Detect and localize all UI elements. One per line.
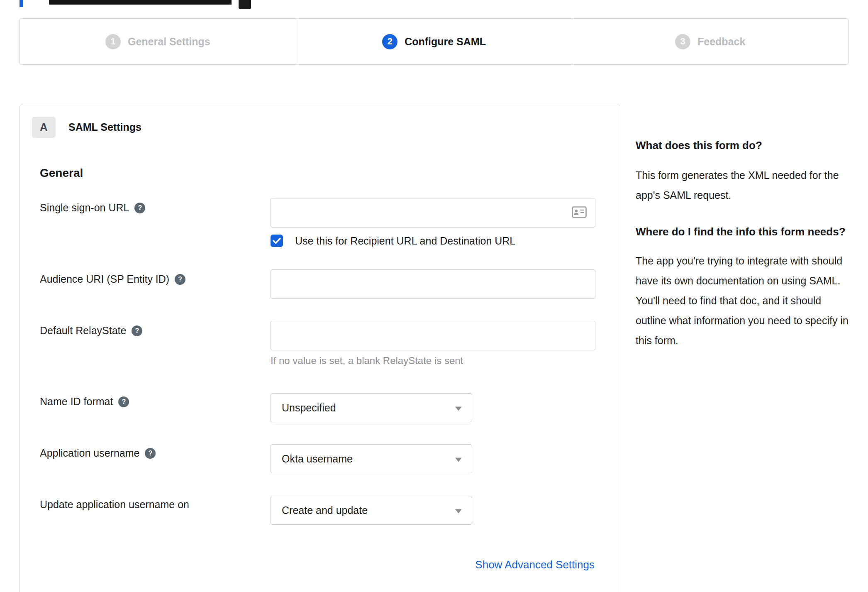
relaystate-label: Default RelayState [40,325,126,337]
relaystate-input-wrap [271,321,595,350]
update-username-select[interactable]: Create and update [271,496,472,525]
audience-uri-label: Audience URI (SP Entity ID) [40,273,169,285]
sso-url-label-row: Single sign-on URL ? [40,202,145,214]
recipient-url-checkbox-label: Use this for Recipient URL and Destinati… [295,235,515,247]
step-general-settings[interactable]: 1 General Settings [20,19,296,64]
sidebar-answer-2: The app you're trying to integrate with … [636,251,851,350]
contact-card-icon [572,206,587,220]
name-id-format-label-row: Name ID format ? [40,396,129,408]
wizard-stepper: 1 General Settings 2 Configure SAML 3 Fe… [20,18,848,65]
help-icon[interactable]: ? [175,274,185,285]
name-id-format-label: Name ID format [40,396,113,408]
chevron-down-icon [455,509,462,514]
help-sidebar: What does this form do? This form genera… [636,137,851,350]
application-username-select[interactable]: Okta username [271,444,472,473]
relaystate-label-row: Default RelayState ? [40,325,142,337]
help-icon[interactable]: ? [132,325,142,336]
help-icon[interactable]: ? [118,396,129,407]
step-1-circle: 1 [105,34,121,49]
panel-title: SAML Settings [68,117,141,138]
sso-url-label: Single sign-on URL [40,202,129,214]
saml-settings-panel: A SAML Settings General Single sign-on U… [20,104,620,592]
step-1-label: General Settings [128,36,210,48]
audience-uri-input-wrap [271,269,595,299]
step-3-label: Feedback [697,36,745,48]
audience-uri-input[interactable] [271,270,595,298]
name-id-format-value: Unspecified [282,402,336,414]
step-2-label: Configure SAML [405,36,486,48]
step-feedback[interactable]: 3 Feedback [572,19,848,64]
chevron-down-icon [455,458,462,462]
general-section-title: General [40,166,83,180]
relaystate-input[interactable] [271,321,595,350]
sidebar-question-2: Where do I find the info this form needs… [636,223,851,240]
step-2-circle: 2 [382,34,397,49]
help-icon[interactable]: ? [145,448,156,459]
recipient-url-checkbox[interactable] [271,235,283,247]
chevron-down-icon [455,407,462,411]
name-id-format-select[interactable]: Unspecified [271,393,472,422]
checkmark-icon [273,237,281,244]
relaystate-hint: If no value is set, a blank RelayState i… [271,355,463,367]
sidebar-answer-1: This form generates the XML needed for t… [636,165,851,205]
cropped-lock-icon [239,0,251,9]
recipient-url-checkbox-row: Use this for Recipient URL and Destinati… [271,235,515,247]
step-3-circle: 3 [675,34,690,49]
application-username-value: Okta username [282,453,353,465]
step-configure-saml[interactable]: 2 Configure SAML [296,19,572,64]
help-icon[interactable]: ? [134,203,145,213]
section-a-badge: A [32,117,56,138]
sso-url-input[interactable] [271,198,595,227]
sso-url-input-wrap [271,198,595,228]
update-username-label: Update application username on [40,499,189,511]
sidebar-question-1: What does this form do? [636,137,851,154]
show-advanced-settings-link[interactable]: Show Advanced Settings [475,558,595,571]
update-username-value: Create and update [282,504,368,516]
cropped-title-fragment-blue [20,0,23,7]
application-username-label: Application username [40,447,139,459]
update-username-label-row: Update application username on [40,499,189,511]
audience-uri-label-row: Audience URI (SP Entity ID) ? [40,273,185,285]
cropped-title-fragment-text [49,0,232,5]
application-username-label-row: Application username ? [40,447,156,459]
